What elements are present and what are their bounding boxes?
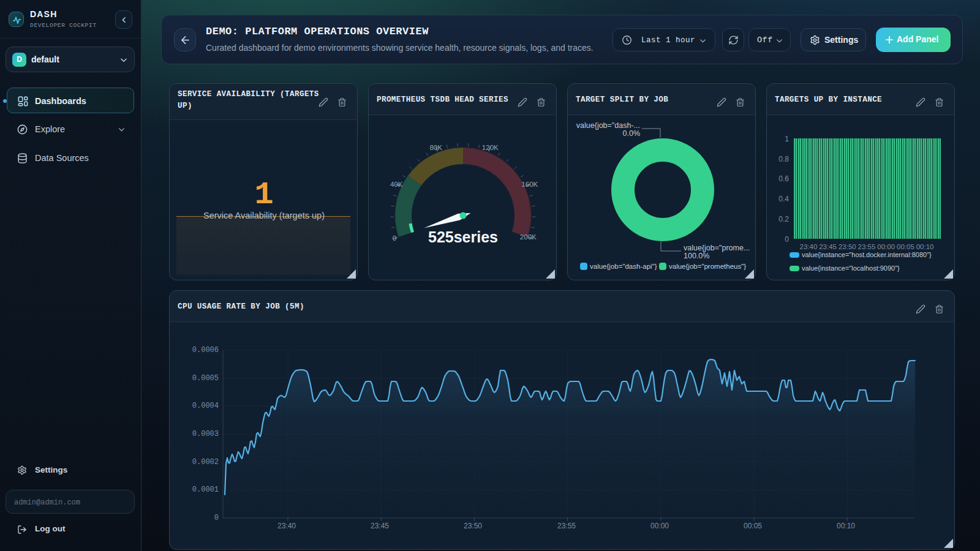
svg-text:value{job="dash-...: value{job="dash-...: [576, 121, 640, 130]
svg-text:value{job="prome...: value{job="prome...: [684, 244, 750, 252]
svg-text:200K: 200K: [520, 233, 537, 241]
svg-text:80K: 80K: [429, 144, 442, 151]
svg-text:525series: 525series: [428, 228, 498, 246]
svg-text:160K: 160K: [521, 181, 538, 188]
svg-text:120K: 120K: [482, 144, 499, 151]
svg-text:0: 0: [393, 234, 396, 242]
svg-text:40K: 40K: [390, 181, 403, 188]
svg-text:0.0%: 0.0%: [623, 129, 641, 138]
svg-text:100.0%: 100.0%: [684, 252, 709, 260]
